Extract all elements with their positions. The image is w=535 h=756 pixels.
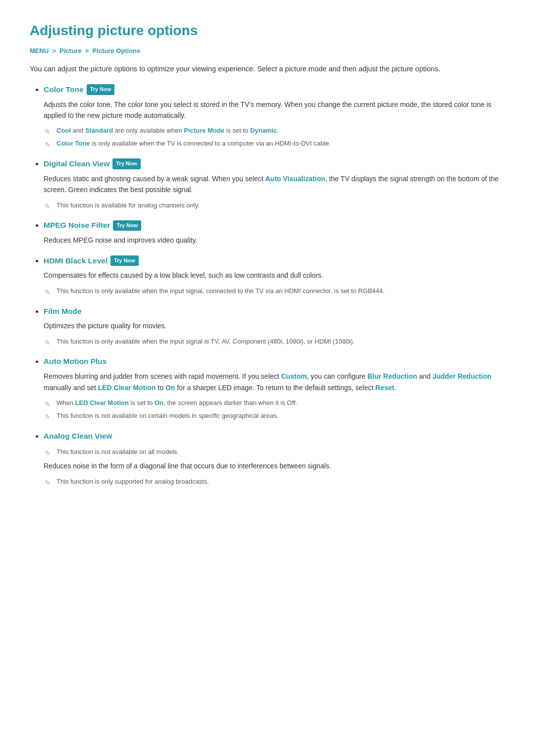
note-text: This function is not available on all mo…	[56, 447, 179, 457]
list-item-mpeg-noise-filter: MPEG Noise FilterTry NowReduces MPEG noi…	[44, 219, 505, 246]
list-item-color-tone: Color ToneTry NowAdjusts the color tone.…	[44, 84, 505, 149]
note-icon: ✎	[45, 399, 54, 407]
note-item: ✎When LED Clear Motion is set to On, the…	[45, 398, 505, 408]
hdmi-black-level-title: HDMI Black Level	[44, 256, 107, 265]
note-item: ✎This function is only available when th…	[45, 286, 505, 297]
film-mode-notes: ✎This function is only available when th…	[45, 337, 505, 347]
note-text: Color Tone is only available when the TV…	[56, 139, 331, 149]
auto-motion-plus-notes: ✎When LED Clear Motion is set to On, the…	[45, 398, 505, 421]
color-tone-notes: ✎Cool and Standard are only available wh…	[45, 126, 505, 149]
list-item-analog-clean-view: Analog Clean View✎This function is not a…	[44, 430, 505, 487]
breadcrumb-picture-options: Picture Options	[92, 47, 140, 54]
analog-clean-view-notes: ✎This function is only supported for ana…	[45, 477, 505, 487]
film-mode-description: Optimizes the picture quality for movies…	[44, 320, 505, 331]
auto-motion-plus-description: Removes blurring and judder from scenes …	[44, 371, 505, 393]
color-tone-title: Color Tone	[44, 85, 84, 94]
intro-text: You can adjust the picture options to op…	[30, 63, 505, 75]
note-item: ✎This function is not available on certa…	[45, 411, 505, 421]
note-text: This function is only supported for anal…	[56, 477, 209, 487]
main-list: Color ToneTry NowAdjusts the color tone.…	[30, 84, 505, 487]
note-item: ✎Cool and Standard are only available wh…	[45, 126, 505, 136]
note-icon: ✎	[45, 448, 54, 456]
note-text: Cool and Standard are only available whe…	[56, 126, 279, 136]
note-icon: ✎	[45, 287, 54, 296]
note-text: This function is available for analog ch…	[56, 201, 200, 211]
digital-clean-view-title: Digital Clean View	[44, 159, 109, 168]
mpeg-noise-filter-try-now-button[interactable]: Try Now	[113, 220, 141, 231]
note-icon: ✎	[45, 411, 54, 420]
note-item: ✎This function is only available when th…	[45, 337, 505, 347]
note-text: This function is only available when the…	[56, 337, 355, 347]
breadcrumb-picture: Picture	[59, 47, 81, 54]
digital-clean-view-try-now-button[interactable]: Try Now	[112, 158, 141, 169]
digital-clean-view-description: Reduces static and ghosting caused by a …	[44, 173, 505, 196]
note-text: This function is not available on certai…	[56, 411, 278, 421]
hdmi-black-level-try-now-button[interactable]: Try Now	[110, 255, 139, 266]
breadcrumb: MENU > Picture > Picture Options	[30, 46, 505, 56]
breadcrumb-menu: MENU	[30, 47, 49, 54]
mpeg-noise-filter-title: MPEG Noise Filter	[44, 221, 110, 229]
note-item: ✎Color Tone is only available when the T…	[45, 139, 505, 149]
note-text: This function is only available when the…	[56, 286, 384, 297]
note-item: ✎This function is not available on all m…	[45, 447, 505, 457]
analog-clean-view-title: Analog Clean View	[44, 432, 112, 440]
hdmi-black-level-notes: ✎This function is only available when th…	[45, 286, 505, 297]
note-item: ✎This function is available for analog c…	[45, 201, 505, 211]
list-item-film-mode: Film ModeOptimizes the picture quality f…	[44, 305, 505, 347]
list-item-auto-motion-plus: Auto Motion PlusRemoves blurring and jud…	[44, 355, 505, 421]
note-icon: ✎	[45, 126, 54, 135]
note-text: When LED Clear Motion is set to On, the …	[56, 398, 297, 408]
note-icon: ✎	[45, 139, 54, 148]
note-icon: ✎	[45, 201, 54, 210]
analog-clean-view-pre-notes: ✎This function is not available on all m…	[45, 447, 505, 457]
analog-clean-view-description: Reduces noise in the form of a diagonal …	[44, 460, 505, 471]
note-icon: ✎	[45, 477, 54, 486]
note-item: ✎This function is only supported for ana…	[45, 477, 505, 487]
mpeg-noise-filter-description: Reduces MPEG noise and improves video qu…	[44, 235, 505, 246]
hdmi-black-level-description: Compensates for effects caused by a low …	[44, 270, 505, 281]
color-tone-description: Adjusts the color tone. The color tone y…	[44, 99, 505, 121]
color-tone-try-now-button[interactable]: Try Now	[87, 84, 115, 95]
list-item-digital-clean-view: Digital Clean ViewTry NowReduces static …	[44, 158, 505, 210]
note-icon: ✎	[45, 337, 54, 346]
auto-motion-plus-title: Auto Motion Plus	[44, 357, 107, 365]
page-title: Adjusting picture options	[30, 20, 505, 42]
list-item-hdmi-black-level: HDMI Black LevelTry NowCompensates for e…	[44, 255, 505, 297]
film-mode-title: Film Mode	[44, 307, 82, 315]
digital-clean-view-notes: ✎This function is available for analog c…	[45, 201, 505, 211]
